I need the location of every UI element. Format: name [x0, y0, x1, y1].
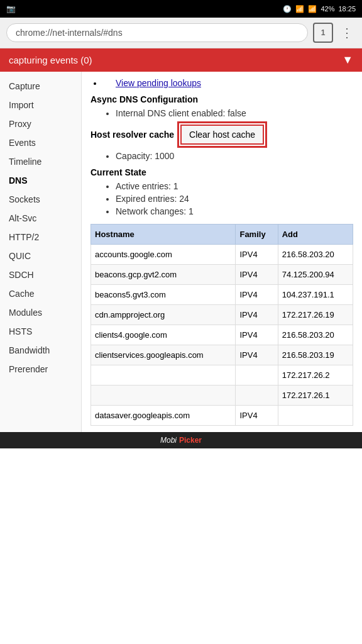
cell-family-4: IPV4 [236, 325, 278, 345]
cell-family-2: IPV4 [236, 285, 278, 305]
table-row: beacons.gcp.gvt2.comIPV474.125.200.94 [91, 265, 353, 285]
sidebar-item-proxy[interactable]: Proxy [0, 114, 81, 133]
cell-hostname-5: clientservices.googleapis.com [91, 345, 236, 365]
sidebar-item-bandwidth[interactable]: Bandwidth [0, 341, 81, 360]
tab-count-button[interactable]: 1 [313, 23, 333, 43]
cell-address-1: 74.125.200.94 [278, 265, 353, 285]
sidebar-item-prerender[interactable]: Prerender [0, 360, 81, 379]
table-header-row: Hostname Family Add [91, 225, 353, 245]
status-bar: 📷 🕐 📶 📶 42% 18:25 [0, 0, 362, 18]
signal-icon: 📶 [308, 5, 317, 13]
capture-label: capturing events (0) [9, 55, 92, 65]
capture-bar: capturing events (0) ▼ [0, 48, 362, 72]
clock-icon: 🕐 [283, 5, 292, 13]
sidebar: Capture Import Proxy Events Timeline DNS… [0, 72, 82, 432]
sidebar-item-cache[interactable]: Cache [0, 284, 81, 303]
sidebar-item-events[interactable]: Events [0, 133, 81, 152]
sidebar-item-alt-svc[interactable]: Alt-Svc [0, 209, 81, 228]
cell-address-5: 216.58.203.19 [278, 345, 353, 365]
cell-hostname-4: clients4.google.com [91, 325, 236, 345]
cell-address-7: 172.217.26.1 [278, 386, 353, 406]
cell-address-8 [278, 406, 353, 426]
cell-family-0: IPV4 [236, 245, 278, 265]
cell-address-6: 172.217.26.2 [278, 365, 353, 386]
col-hostname: Hostname [91, 225, 236, 245]
clear-host-cache-button[interactable]: Clear host cache [180, 125, 264, 145]
sidebar-item-sdch[interactable]: SDCH [0, 265, 81, 284]
camera-icon: 📷 [6, 4, 16, 13]
state-item-2: Network changes: 1 [116, 206, 353, 216]
async-dns-title: Async DNS Configuration [90, 94, 353, 104]
dns-table: Hostname Family Add accounts.google.comI… [90, 224, 353, 426]
host-resolver-label: Host resolver cache [90, 130, 174, 140]
menu-button[interactable]: ⋮ [338, 25, 356, 40]
cell-family-5: IPV4 [236, 345, 278, 365]
cell-hostname-6 [91, 365, 236, 386]
table-row: datasaver.googleapis.comIPV4 [91, 406, 353, 426]
sidebar-item-dns[interactable]: DNS [0, 171, 81, 190]
capture-arrow-icon: ▼ [342, 53, 353, 67]
content-area: View pending lookups Async DNS Configura… [82, 72, 362, 432]
main-layout: Capture Import Proxy Events Timeline DNS… [0, 72, 362, 432]
sidebar-item-http2[interactable]: HTTP/2 [0, 228, 81, 247]
sidebar-item-capture[interactable]: Capture [0, 77, 81, 96]
table-row: 172.217.26.1 [91, 386, 353, 406]
cell-hostname-8: datasaver.googleapis.com [91, 406, 236, 426]
cell-hostname-2: beacons5.gvt3.com [91, 285, 236, 305]
cell-address-2: 104.237.191.1 [278, 285, 353, 305]
battery-text: 42% [321, 5, 334, 13]
cell-hostname-1: beacons.gcp.gvt2.com [91, 265, 236, 285]
cell-family-3: IPV4 [236, 305, 278, 325]
sidebar-item-hsts[interactable]: HSTS [0, 322, 81, 341]
watermark-picker: Picker [179, 436, 202, 445]
watermark-mobi: Mobi [160, 436, 177, 445]
time-display: 18:25 [338, 5, 356, 13]
table-row: clientservices.googleapis.comIPV4216.58.… [91, 345, 353, 365]
cell-address-4: 216.58.203.20 [278, 325, 353, 345]
table-row: beacons5.gvt3.comIPV4104.237.191.1 [91, 285, 353, 305]
table-row: cdn.ampproject.orgIPV4172.217.26.19 [91, 305, 353, 325]
sidebar-item-timeline[interactable]: Timeline [0, 152, 81, 171]
cell-family-7 [236, 386, 278, 406]
wifi-icon: 📶 [295, 5, 304, 13]
capacity-text: Capacity: 1000 [116, 151, 353, 161]
async-dns-text: Internal DNS client enabled: false [116, 108, 353, 118]
state-item-1: Expired entries: 24 [116, 194, 353, 204]
sidebar-item-quic[interactable]: QUIC [0, 247, 81, 265]
status-right: 🕐 📶 📶 42% 18:25 [283, 5, 356, 13]
cell-family-6 [236, 365, 278, 386]
address-bar: chrome://net-internals/#dns 1 ⋮ [0, 18, 362, 48]
cell-hostname-0: accounts.google.com [91, 245, 236, 265]
current-state-title: Current State [90, 167, 353, 177]
col-family: Family [236, 225, 278, 245]
sidebar-item-sockets[interactable]: Sockets [0, 190, 81, 209]
url-input[interactable]: chrome://net-internals/#dns [6, 23, 308, 42]
view-pending-link[interactable]: View pending lookups [116, 78, 201, 88]
sidebar-item-modules[interactable]: Modules [0, 303, 81, 322]
cell-hostname-7 [91, 386, 236, 406]
col-address: Add [278, 225, 353, 245]
table-row: accounts.google.comIPV4216.58.203.20 [91, 245, 353, 265]
cell-address-0: 216.58.203.20 [278, 245, 353, 265]
state-item-0: Active entries: 1 [116, 181, 353, 191]
host-resolver-row: Host resolver cache Clear host cache [90, 125, 353, 145]
cell-family-1: IPV4 [236, 265, 278, 285]
status-left: 📷 [6, 4, 16, 13]
cell-family-8: IPV4 [236, 406, 278, 426]
cell-address-3: 172.217.26.19 [278, 305, 353, 325]
table-row: 172.217.26.2 [91, 365, 353, 386]
table-row: clients4.google.comIPV4216.58.203.20 [91, 325, 353, 345]
cell-hostname-3: cdn.ampproject.org [91, 305, 236, 325]
watermark-bar: Mobi Picker [0, 432, 362, 448]
sidebar-item-import[interactable]: Import [0, 96, 81, 114]
